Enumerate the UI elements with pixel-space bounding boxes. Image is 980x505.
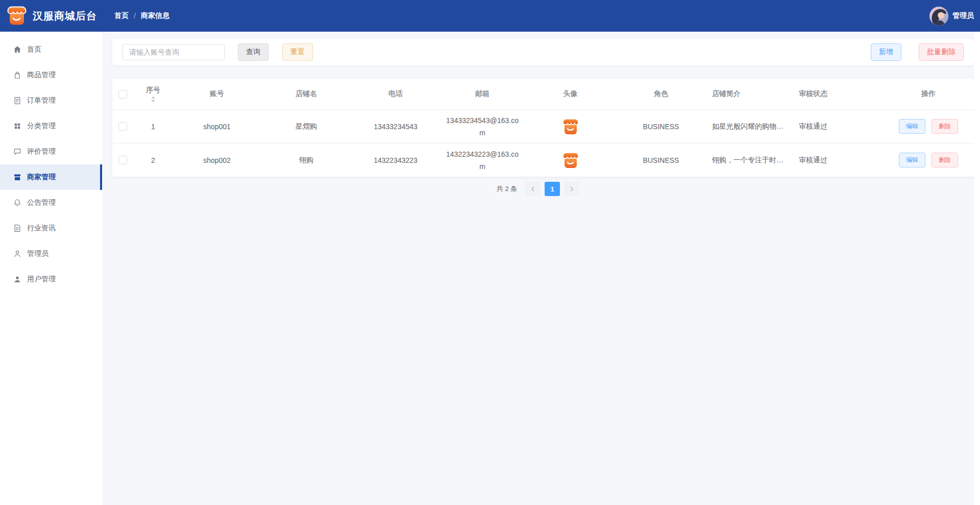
col-header-email: 邮箱 [439,79,526,109]
cell-shop-name: 翎购 [260,143,352,177]
cell-checkbox [112,110,133,143]
scrollbar-track[interactable] [974,32,980,505]
col-header-avatar: 头像 [526,79,615,109]
col-header-operations: 操作 [883,79,974,109]
sidebar-item-orders[interactable]: 订单管理 [0,88,102,113]
cell-email: 13433234543@163.com [439,110,526,143]
sidebar-item-label: 评价管理 [27,147,56,156]
chevron-right-icon [569,186,575,192]
sidebar-item-label: 首页 [27,45,41,54]
col-header-status: 审核状态 [791,79,883,109]
cell-account: shop002 [174,143,260,177]
toolbar-actions: 新增 批量删除 [871,43,964,60]
cell-checkbox [112,143,133,177]
grid-icon [13,122,22,131]
col-header-role: 角色 [615,79,707,109]
main-content: 查询 重置 新增 批量删除 序号账号店铺名电话邮箱头像角色店铺简介审核状态操作 … [102,32,974,505]
edit-button[interactable]: 编辑 [899,119,925,134]
breadcrumb-current[interactable]: 商家信息 [141,11,169,20]
breadcrumb-separator: / [134,12,136,20]
sidebar-item-reviews[interactable]: 评价管理 [0,139,102,164]
user-avatar [929,7,948,26]
prev-page-button[interactable] [525,182,541,196]
breadcrumb-home[interactable]: 首页 [114,11,129,20]
table-row: 2 shop002 翎购 14322343223 14322343223@163… [112,143,974,177]
sidebar-item-home[interactable]: 首页 [0,37,102,62]
col-header-intro: 店铺简介 [707,79,791,109]
sidebar-item-label: 公告管理 [27,198,56,207]
news-doc-icon [13,224,22,233]
col-header-checkbox [112,79,133,109]
user-name: 管理员 [952,11,974,20]
merchant-table: 序号账号店铺名电话邮箱头像角色店铺简介审核状态操作 1 shop001 星熠购 … [112,79,974,177]
cell-status: 审核通过 [791,143,883,177]
pagination-total: 共 2 条 [497,184,517,194]
page-number-active[interactable]: 1 [545,182,560,196]
sidebar-item-merchants[interactable]: 商家管理 [0,164,102,190]
cell-avatar [526,110,615,143]
col-header-account: 账号 [174,79,260,109]
select-all-checkbox[interactable] [118,90,127,99]
reset-button[interactable]: 重置 [282,43,313,60]
cell-phone: 14322343223 [352,143,439,177]
sidebar-item-label: 商家管理 [27,173,56,182]
cell-avatar [526,143,615,177]
sidebar-item-label: 分类管理 [27,122,56,131]
cell-intro: 如星光般闪耀的购物… [707,110,791,143]
shop-icon [13,173,22,182]
chevron-left-icon [530,186,536,192]
cell-index: 1 [133,110,174,143]
col-header-phone: 电话 [352,79,439,109]
table-header-row: 序号账号店铺名电话邮箱头像角色店铺简介审核状态操作 [112,79,974,110]
cell-operations: 编辑 删除 [883,110,974,143]
edit-button[interactable]: 编辑 [899,153,925,167]
table-body: 1 shop001 星熠购 13433234543 13433234543@16… [112,110,974,177]
sidebar-nav: 首页 商品管理 订单管理 分类管理 评价管理 商家管理 公告管理 行业资讯 管理… [0,32,102,292]
sidebar: 首页 商品管理 订单管理 分类管理 评价管理 商家管理 公告管理 行业资讯 管理… [0,32,102,505]
col-header-shop-name: 店铺名 [260,79,352,109]
cell-phone: 13433234543 [352,110,439,143]
row-checkbox[interactable] [118,156,127,164]
search-input[interactable] [122,44,225,60]
home-icon [13,45,22,54]
batch-delete-button[interactable]: 批量删除 [919,43,964,60]
shop-avatar-icon [561,151,580,170]
top-bar: 汉服商城后台 首页 / 商家信息 管理员 [0,0,980,32]
sidebar-item-categories[interactable]: 分类管理 [0,113,102,139]
cell-role: BUSINESS [615,143,707,177]
cell-index: 2 [133,143,174,177]
user-menu[interactable]: 管理员 [929,7,980,26]
sidebar-item-announcements[interactable]: 公告管理 [0,190,102,215]
sidebar-item-label: 订单管理 [27,96,56,105]
comment-icon [13,147,22,156]
app-logo-icon [6,5,28,27]
col-header-index[interactable]: 序号 [133,79,174,109]
sort-carets-icon[interactable] [151,97,155,102]
sidebar-item-products[interactable]: 商品管理 [0,62,102,88]
row-checkbox[interactable] [118,122,127,131]
sidebar-item-admins[interactable]: 管理员 [0,241,102,267]
bag-icon [13,70,22,80]
sidebar-item-news[interactable]: 行业资讯 [0,215,102,241]
cell-intro: 翎购，一个专注于时… [707,143,791,177]
query-button[interactable]: 查询 [238,43,268,60]
table-row: 1 shop001 星熠购 13433234543 13433234543@16… [112,110,974,143]
pagination: 共 2 条 1 [102,182,974,196]
next-page-button[interactable] [564,182,579,196]
person-icon [13,249,22,258]
cell-email: 14322343223@163.com [439,143,526,177]
breadcrumb: 首页 / 商家信息 [114,11,169,20]
delete-button[interactable]: 删除 [932,119,958,134]
cell-account: shop001 [174,110,260,143]
delete-button[interactable]: 删除 [932,153,958,167]
toolbar-card: 查询 重置 新增 批量删除 [112,39,974,65]
cell-operations: 编辑 删除 [883,143,974,177]
shop-avatar-icon [561,117,580,136]
add-button[interactable]: 新增 [871,43,901,60]
app-title: 汉服商城后台 [33,9,97,23]
bell-icon [13,198,22,207]
person-filled-icon [13,275,22,284]
sidebar-item-label: 管理员 [27,249,48,258]
cell-shop-name: 星熠购 [260,110,352,143]
sidebar-item-users[interactable]: 用户管理 [0,267,102,292]
